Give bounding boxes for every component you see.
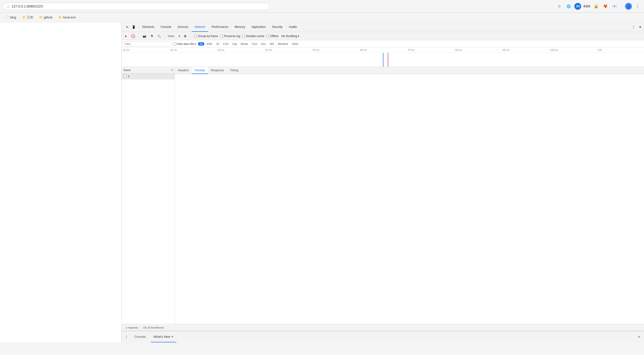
profile-icon[interactable]: 👤 xyxy=(625,3,632,10)
filter-input[interactable] xyxy=(123,41,172,46)
bookmark-blog[interactable]: 📄 blog xyxy=(3,14,19,20)
detail-panel: Headers Preview Response Timing xyxy=(175,67,644,324)
url-text: 127.0.0.1:8080/1/2/3 xyxy=(12,4,43,8)
timeline-label-110ms: 110 xyxy=(596,47,644,53)
timeline-label-40ms: 40 ms xyxy=(264,47,312,53)
throttle-select[interactable]: No throttling ▾ xyxy=(280,34,300,38)
tab-response[interactable]: Response xyxy=(208,67,227,74)
bookmark-work-icon: 📁 xyxy=(22,15,26,19)
disable-cache-checkbox[interactable] xyxy=(242,35,245,37)
extension-icon-6[interactable]: 📧 xyxy=(611,3,618,10)
devtools-close-icon[interactable]: ✕ xyxy=(637,24,643,30)
tab-headers[interactable]: Headers xyxy=(175,67,192,74)
filter-type-xhr[interactable]: XHR xyxy=(205,42,214,45)
tab-timing[interactable]: Timing xyxy=(227,67,242,74)
filter-type-css[interactable]: CSS xyxy=(221,42,230,45)
timeline-label-90ms: 90 ms xyxy=(502,47,549,53)
extension-icon-1[interactable]: 🌐 xyxy=(565,3,572,10)
page-area xyxy=(0,22,121,343)
devtools-more-icon[interactable]: ⋮ xyxy=(630,24,636,30)
filter-type-all[interactable]: All xyxy=(198,42,204,45)
list-item[interactable]: 3 xyxy=(122,73,175,79)
request-list: Name ✕ 3 xyxy=(122,67,175,324)
search-button[interactable]: 🔍 xyxy=(156,33,162,39)
timeline-label-60ms: 60 ms xyxy=(359,47,407,53)
filter-type-img[interactable]: Img xyxy=(231,42,238,45)
tab-network[interactable]: Network xyxy=(192,22,208,32)
hide-data-urls-checkbox[interactable] xyxy=(174,42,176,45)
preserve-log-label[interactable]: Preserve log xyxy=(220,34,240,38)
group-by-frame-checkbox[interactable] xyxy=(194,35,197,37)
group-by-frame-label[interactable]: Group by frame xyxy=(194,34,218,38)
clear-button[interactable]: 🚫 xyxy=(130,33,136,39)
view-label: View: xyxy=(168,34,175,38)
offline-label[interactable]: Offline xyxy=(266,34,278,38)
bookmark-github-icon: 📁 xyxy=(39,15,43,19)
filter-button[interactable]: ⚗ xyxy=(149,33,154,39)
network-content: Name ✕ 3 Headers Preview xyxy=(122,67,644,324)
timeline-dom-content-line xyxy=(383,53,384,67)
toolbar-sep-3 xyxy=(191,34,191,38)
grid-view-icon[interactable]: ⊞ xyxy=(182,33,188,39)
whats-new-close-icon[interactable]: ✕ xyxy=(171,335,174,338)
bookmark-work[interactable]: 📁 工作 xyxy=(20,14,36,21)
timeline-label-30ms: 30 ms xyxy=(216,47,264,53)
extension-icon-4[interactable]: 🔒 xyxy=(593,3,600,10)
request-item-checkbox[interactable] xyxy=(124,75,126,78)
preserve-log-checkbox[interactable] xyxy=(220,35,223,37)
devtools-panel: ↖ 📱 Elements Console Sources Network Per… xyxy=(121,22,644,343)
extension-icon-2[interactable]: JH xyxy=(574,3,581,10)
bookmark-local-evn[interactable]: 📁 local-evn xyxy=(56,14,78,20)
bookmark-github[interactable]: 📁 github xyxy=(37,14,55,20)
hide-data-urls-label[interactable]: Hide data URLs xyxy=(174,42,196,45)
drawer-tab-whats-new[interactable]: What's New ✕ xyxy=(151,331,176,343)
request-list-header: Name ✕ xyxy=(122,67,175,73)
icon-separator xyxy=(622,4,622,9)
record-button[interactable]: ● xyxy=(123,33,128,39)
timeline-label-50ms: 50 ms xyxy=(312,47,359,53)
filter-type-font[interactable]: Font xyxy=(250,42,259,45)
tab-application[interactable]: Application xyxy=(248,22,268,32)
toolbar-sep-1 xyxy=(138,34,139,38)
timeline-label-100ms: 100 ms xyxy=(549,47,597,53)
tab-console[interactable]: Console xyxy=(158,22,174,32)
filter-type-other[interactable]: Other xyxy=(290,42,300,45)
extension-icon-5[interactable]: 🦊 xyxy=(602,3,609,10)
list-view-icon[interactable]: ≡ xyxy=(177,33,182,39)
address-bar[interactable]: ⚠ 127.0.0.1:8080/1/2/3 xyxy=(3,3,270,10)
more-options-icon[interactable]: ⋮ xyxy=(634,3,641,10)
extension-icon-3[interactable]: 0101 xyxy=(584,3,590,10)
tab-memory[interactable]: Memory xyxy=(232,22,248,32)
offline-checkbox[interactable] xyxy=(266,35,269,37)
toolbar-sep-2 xyxy=(164,34,165,38)
filter-type-doc[interactable]: Doc xyxy=(260,42,268,45)
drawer-tab-console[interactable]: Console xyxy=(131,331,149,343)
tab-security[interactable]: Security xyxy=(269,22,285,32)
bookmark-blog-icon: 📄 xyxy=(5,15,9,19)
filter-bar: Hide data URLs All XHR JS CSS Img Media … xyxy=(122,40,644,47)
bookmarks-bar: 📄 blog 📁 工作 📁 github 📁 local-evn xyxy=(0,12,644,22)
detail-content xyxy=(175,74,644,324)
status-bar: 1 requests 101 B transferred xyxy=(122,324,644,331)
filter-type-manifest[interactable]: Manifest xyxy=(276,42,290,45)
request-list-close-icon[interactable]: ✕ xyxy=(169,67,175,73)
tab-preview[interactable]: Preview xyxy=(192,67,208,74)
inspect-icon[interactable]: ↖ xyxy=(124,24,130,30)
device-icon[interactable]: 📱 xyxy=(131,24,136,30)
filter-type-ws[interactable]: WS xyxy=(268,42,276,45)
drawer-close-icon[interactable]: ✕ xyxy=(636,334,642,340)
tab-sources[interactable]: Sources xyxy=(175,22,191,32)
filter-type-media[interactable]: Media xyxy=(239,42,250,45)
tab-performance[interactable]: Performance xyxy=(209,22,231,32)
drawer-menu-icon[interactable]: ⋮ xyxy=(124,334,129,340)
timeline-labels: 10 ms 20 ms 30 ms 40 ms 50 ms 60 ms 70 m… xyxy=(122,47,644,53)
bookmark-star-icon[interactable]: ☆ xyxy=(556,3,563,10)
requests-count: 1 requests xyxy=(124,326,140,330)
request-name-column: Name xyxy=(122,69,169,71)
filter-type-js[interactable]: JS xyxy=(214,42,221,45)
disable-cache-label[interactable]: Disable cache xyxy=(242,34,264,38)
tab-elements[interactable]: Elements xyxy=(139,22,157,32)
camera-button[interactable]: 📷 xyxy=(142,33,147,39)
tab-audits[interactable]: Audits xyxy=(286,22,300,32)
bottom-drawer: ⋮ Console What's New ✕ ✕ xyxy=(122,331,644,343)
